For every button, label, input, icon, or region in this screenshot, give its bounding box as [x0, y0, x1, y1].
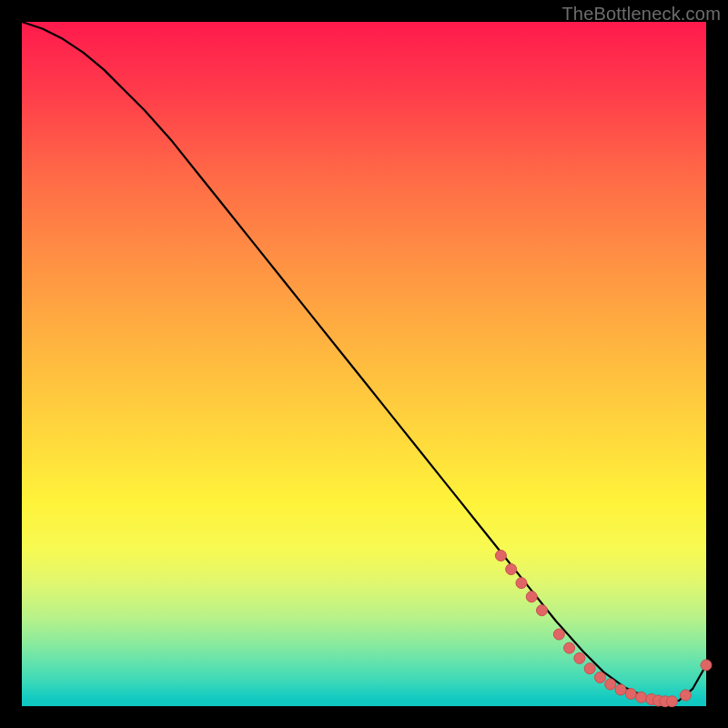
data-point: [574, 652, 585, 663]
data-point: [666, 696, 677, 707]
data-point: [516, 578, 527, 589]
data-point: [680, 690, 691, 701]
data-point: [537, 605, 548, 616]
chart-stage: TheBottleneck.com: [0, 0, 728, 728]
data-point: [584, 663, 595, 674]
plot-area: [22, 22, 706, 706]
data-point: [636, 692, 647, 703]
data-point: [701, 660, 712, 671]
data-point: [564, 642, 575, 653]
data-point: [625, 688, 636, 699]
data-point: [594, 672, 605, 682]
data-point: [526, 592, 537, 602]
data-point: [615, 684, 626, 695]
bottleneck-curve: [22, 22, 706, 702]
data-point: [605, 679, 616, 690]
data-point: [506, 564, 517, 575]
data-point: [553, 629, 564, 640]
attribution-text: TheBottleneck.com: [561, 4, 721, 25]
curve-overlay: [22, 22, 706, 706]
data-point: [495, 551, 506, 561]
highlight-dots: [495, 551, 712, 707]
